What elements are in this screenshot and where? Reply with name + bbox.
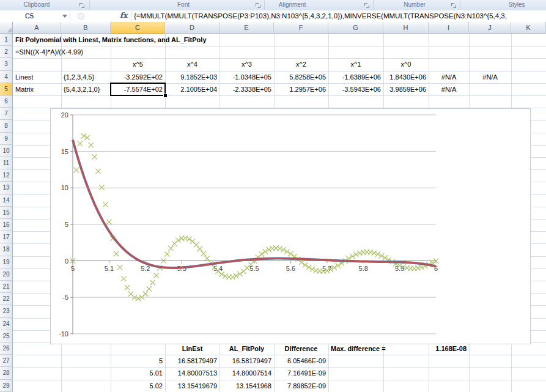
column-header-H[interactable]: H [383, 22, 429, 34]
fill-handle[interactable] [163, 94, 168, 98]
column-header-D[interactable]: D [165, 22, 220, 34]
cell-matrix-na[interactable]: #N/A [429, 83, 469, 95]
row-header-2[interactable]: 2 [0, 46, 13, 58]
row-header-3[interactable]: 3 [0, 58, 13, 70]
table-row-cell[interactable]: 5 [111, 355, 165, 367]
cell-linest-c2[interactable]: 5.8258E+05 [274, 71, 328, 83]
chevron-down-icon[interactable] [62, 15, 67, 18]
row-header-18[interactable]: 18 [0, 243, 13, 256]
column-header-J[interactable]: J [469, 22, 511, 34]
row-header-20[interactable]: 20 [0, 268, 13, 281]
cell-matrix-orders[interactable]: {5,4,3,2,1,0} [61, 83, 111, 95]
cell-header-x2[interactable]: x^2 [274, 58, 328, 70]
ribbon-group-clipboard: Clipboard [24, 1, 50, 8]
table-row-cell[interactable]: 7.89852E-09 [274, 380, 328, 392]
column-header-E[interactable]: E [220, 22, 274, 34]
cell-header-x0[interactable]: x^0 [383, 58, 429, 70]
table-header-alfitpoly[interactable]: AL_FitPoly [220, 342, 274, 355]
row-header-19[interactable]: 19 [0, 256, 13, 268]
row-header-26[interactable]: 26 [0, 342, 13, 355]
table-row-cell[interactable]: 14.80007514 [220, 367, 274, 379]
table-header-difference[interactable]: Difference [274, 342, 328, 355]
row-header-5[interactable]: 5 [0, 83, 13, 95]
insert-function-icon[interactable]: fx [120, 11, 127, 20]
row-header-29[interactable]: 29 [0, 380, 13, 392]
cell-matrix-c3[interactable]: -2.3338E+05 [220, 83, 274, 95]
table-row-cell[interactable]: 6.05466E-09 [274, 355, 328, 367]
row-header-25[interactable]: 25 [0, 330, 13, 342]
row-header-7[interactable]: 7 [0, 108, 13, 120]
table-row-cell[interactable]: 16.58179497 [165, 355, 220, 367]
row-header-13[interactable]: 13 [0, 182, 13, 194]
cell-data-formula[interactable]: =SIN((X-4)*A)/(X-4.99) [13, 46, 165, 58]
cell-matrix-c4[interactable]: 2.1005E+04 [165, 83, 220, 95]
column-header-B[interactable]: B [61, 22, 111, 34]
cell-linest-c1[interactable]: -1.6389E+06 [328, 71, 383, 83]
cell-linest-c5[interactable]: -3.2592E+02 [111, 71, 165, 83]
row-header-27[interactable]: 27 [0, 355, 13, 367]
table-row-cell[interactable]: 16.58179497 [220, 355, 274, 367]
dialog-launcher-icon[interactable] [364, 2, 369, 8]
cell-matrix-label[interactable]: Matrix [13, 83, 61, 95]
row-header-11[interactable]: 11 [0, 157, 13, 169]
row-header-9[interactable]: 9 [0, 133, 13, 145]
sheet-title[interactable]: Fit Polynomial with Linest, Matrix funct… [13, 34, 429, 46]
row-header-8[interactable]: 8 [0, 120, 13, 132]
column-header-C[interactable]: C [111, 22, 165, 34]
table-row-cell[interactable]: 5.01 [111, 367, 165, 379]
cell-linest-c3[interactable]: -1.0348E+05 [220, 71, 274, 83]
cell-linest-c4[interactable]: 9.1852E+03 [165, 71, 220, 83]
column-header-I[interactable]: I [429, 22, 469, 34]
row-header-16[interactable]: 16 [0, 219, 13, 231]
column-header-K[interactable]: K [511, 22, 546, 34]
cell-header-x5[interactable]: x^5 [111, 58, 165, 70]
dialog-launcher-icon[interactable] [451, 2, 456, 8]
cell-header-x3[interactable]: x^3 [220, 58, 274, 70]
cell-linest-na[interactable]: #N/A [469, 71, 511, 83]
table-row-cell[interactable]: 13.1541968 [220, 380, 274, 392]
table-row-cell[interactable]: 5.02 [111, 380, 165, 392]
table-row-cell[interactable]: 13.15419679 [165, 380, 220, 392]
linest-curve[interactable] [73, 140, 436, 268]
cell-matrix-c0[interactable]: 3.9859E+06 [383, 83, 429, 95]
dialog-launcher-icon[interactable] [79, 2, 84, 8]
column-header-G[interactable]: G [328, 22, 383, 34]
row-header-24[interactable]: 24 [0, 318, 13, 330]
row-header-17[interactable]: 17 [0, 231, 13, 243]
cell-header-x1[interactable]: x^1 [328, 58, 383, 70]
dialog-launcher-icon[interactable] [255, 2, 260, 8]
row-header-14[interactable]: 14 [0, 194, 13, 207]
cell-linest-orders[interactable]: {1,2,3,4,5} [61, 71, 111, 83]
cell-linest-na[interactable]: #N/A [429, 71, 469, 83]
row-header-4[interactable]: 4 [0, 71, 13, 83]
cell-header-x4[interactable]: x^4 [165, 58, 220, 70]
column-header-F[interactable]: F [274, 22, 328, 34]
al-fitpoly-curve[interactable] [73, 140, 436, 268]
row-header-15[interactable]: 15 [0, 207, 13, 219]
cell-matrix-c2[interactable]: 1.2957E+06 [274, 83, 328, 95]
cell-linest-label[interactable]: Linest [13, 71, 61, 83]
max-difference-value[interactable]: 1.168E-08 [429, 342, 469, 355]
row-header-6[interactable]: 6 [0, 95, 13, 108]
name-box[interactable]: C5 [0, 10, 59, 21]
cell-matrix-c1[interactable]: -3.5943E+06 [328, 83, 383, 95]
select-all-corner[interactable] [0, 22, 13, 34]
column-header-A[interactable]: A [13, 22, 61, 34]
fit-chart[interactable]: 55.15.25.35.45.55.65.75.85.9620151050-5-… [50, 108, 531, 344]
y-tick-label: -5 [62, 294, 68, 301]
worksheet-grid[interactable]: ABCDEFGHIJK12345678910111213141516171819… [0, 22, 546, 392]
formula-input[interactable]: {=MMULT(MMULT(TRANSPOSE(P3:P103),N3:N103… [134, 10, 546, 21]
table-row-cell[interactable]: 7.16491E-09 [274, 367, 328, 379]
row-header-28[interactable]: 28 [0, 367, 13, 379]
row-header-1[interactable]: 1 [0, 34, 13, 46]
row-header-10[interactable]: 10 [0, 145, 13, 157]
row-header-22[interactable]: 22 [0, 293, 13, 305]
cell-linest-c0[interactable]: 1.8430E+06 [383, 71, 429, 83]
max-difference-label[interactable]: Max. difference = [328, 342, 429, 355]
row-header-21[interactable]: 21 [0, 281, 13, 293]
cell-matrix-c5-selected[interactable]: -7.5574E+02 [111, 83, 165, 95]
table-row-cell[interactable]: 14.80007513 [165, 367, 220, 379]
table-header-linest[interactable]: LinEst [165, 342, 220, 355]
row-header-12[interactable]: 12 [0, 169, 13, 182]
row-header-23[interactable]: 23 [0, 305, 13, 317]
